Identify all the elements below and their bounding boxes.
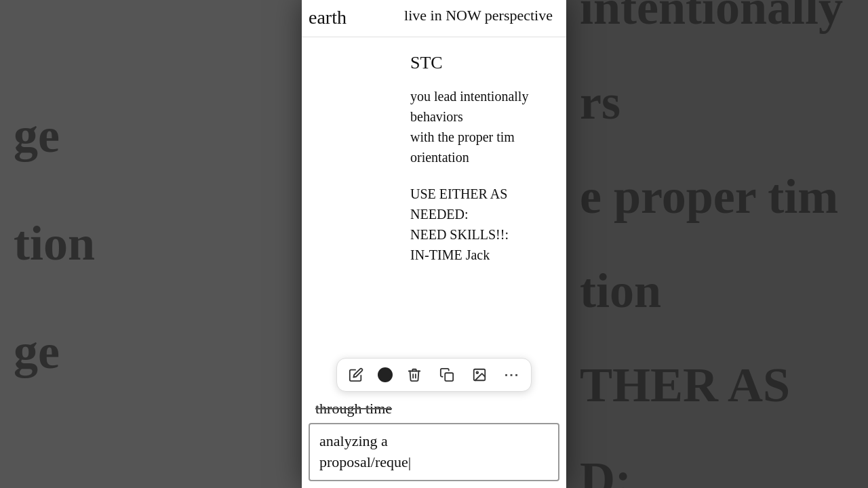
bg-right-text-4: tion xyxy=(580,264,854,318)
use-either-block: USE EITHER AS NEEDED: NEED SKILLS!!: IN-… xyxy=(315,184,553,265)
svg-point-2 xyxy=(476,372,478,374)
bg-left-text-2: tion xyxy=(14,217,288,270)
note-panel: earth live in NOW perspective STC you le… xyxy=(302,0,566,488)
top-bar: earth live in NOW perspective xyxy=(302,0,566,37)
note-content: STC you lead intentionally behaviors wit… xyxy=(302,37,566,352)
bg-right-text-5: THER AS xyxy=(580,359,854,412)
bg-left-text-3: ge xyxy=(14,325,288,379)
stc-label: STC xyxy=(315,51,553,75)
copy-icon[interactable] xyxy=(436,364,458,386)
bg-right-text-2: rs xyxy=(580,76,854,129)
top-bar-right-text: live in NOW perspective xyxy=(404,7,553,24)
toolbar-popup: ··· xyxy=(336,358,532,392)
more-options-icon[interactable]: ··· xyxy=(501,364,523,386)
input-box[interactable]: analyzing a proposal/reque xyxy=(309,423,559,481)
bg-right-text-1: intentionally xyxy=(580,0,854,35)
svg-rect-0 xyxy=(445,373,453,382)
bg-left-text-1: ge xyxy=(14,109,288,163)
desc-line-4: orientation xyxy=(410,147,553,167)
use-either-line-3: NEED SKILLS!!: xyxy=(410,224,553,245)
desc-line-3: with the proper tim xyxy=(410,127,553,147)
top-bar-left-text: earth xyxy=(309,7,347,28)
toolbar-row: ··· xyxy=(302,352,566,397)
image-icon[interactable] xyxy=(469,364,490,386)
bg-right-text-3: e proper tim xyxy=(580,170,854,224)
input-line-2: proposal/reque xyxy=(319,452,549,473)
use-either-line-4: IN-TIME Jack xyxy=(410,245,553,265)
bg-right-text-6: D: xyxy=(580,453,854,488)
more-label: ··· xyxy=(505,367,520,383)
description-block: you lead intentionally behaviors with th… xyxy=(315,86,553,167)
bullet-dot[interactable] xyxy=(378,367,393,382)
input-line-1: analyzing a xyxy=(319,431,549,452)
edit-icon[interactable] xyxy=(345,364,367,386)
desc-line-1: you lead intentionally xyxy=(410,86,553,106)
trash-icon[interactable] xyxy=(403,364,425,386)
use-either-line-1: USE EITHER AS xyxy=(410,184,553,204)
use-either-line-2: NEEDED: xyxy=(410,204,553,224)
scribble-text: through time xyxy=(302,397,566,423)
desc-line-2: behaviors xyxy=(410,106,553,127)
